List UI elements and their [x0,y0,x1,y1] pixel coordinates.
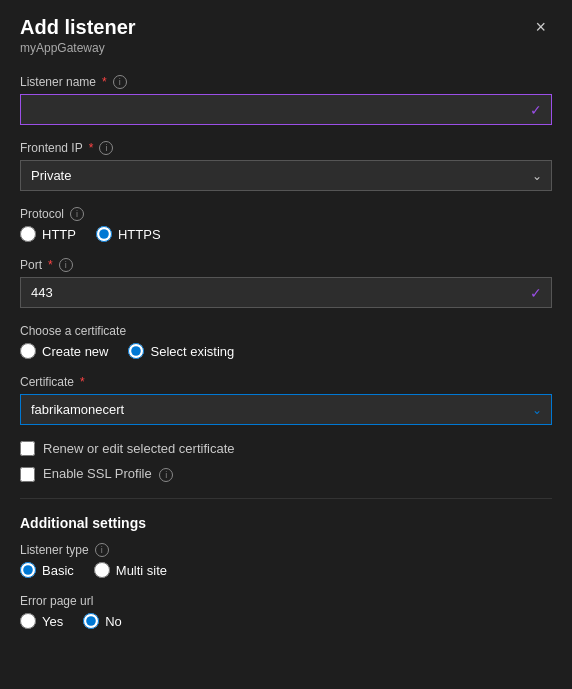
renew-cert-checkbox-group: Renew or edit selected certificate [20,441,552,456]
additional-settings-section: Additional settings Listener type i Basi… [20,515,552,629]
enable-ssl-label[interactable]: Enable SSL Profile i [43,466,173,482]
protocol-https-radio[interactable] [96,226,112,242]
choose-cert-group: Choose a certificate Create new Select e… [20,324,552,359]
listener-type-radio-group: Basic Multi site [20,562,552,578]
listener-name-info-icon: i [113,75,127,89]
cert-radio-group: Create new Select existing [20,343,552,359]
port-group: Port * i 443 ✓ [20,258,552,308]
error-page-radio-group: Yes No [20,613,552,629]
additional-settings-title: Additional settings [20,515,552,531]
multisite-radio[interactable] [94,562,110,578]
panel-subtitle: myAppGateway [20,41,136,55]
no-option[interactable]: No [83,613,122,629]
protocol-http-label: HTTP [42,227,76,242]
create-new-option[interactable]: Create new [20,343,108,359]
error-page-url-label: Error page url [20,594,552,608]
multisite-label: Multi site [116,563,167,578]
section-divider [20,498,552,499]
renew-cert-label[interactable]: Renew or edit selected certificate [43,441,234,456]
listener-type-info-icon: i [95,543,109,557]
frontend-ip-group: Frontend IP * i Private ⌄ [20,141,552,191]
basic-radio[interactable] [20,562,36,578]
certificate-select[interactable]: fabrikamonecert [20,394,552,425]
required-marker: * [80,375,85,389]
port-label: Port * i [20,258,552,272]
header-text: Add listener myAppGateway [20,16,136,55]
listener-name-label: Listener name * i [20,75,552,89]
protocol-label: Protocol i [20,207,552,221]
enable-ssl-checkbox-group: Enable SSL Profile i [20,466,552,482]
enable-ssl-checkbox[interactable] [20,467,35,482]
port-wrapper: 443 ✓ [20,277,552,308]
certificate-group: Certificate * fabrikamonecert ⌄ [20,375,552,425]
listener-type-label: Listener type i [20,543,552,557]
protocol-http-radio[interactable] [20,226,36,242]
certificate-label: Certificate * [20,375,552,389]
select-existing-option[interactable]: Select existing [128,343,234,359]
protocol-http-option[interactable]: HTTP [20,226,76,242]
create-new-label: Create new [42,344,108,359]
close-button[interactable]: × [529,16,552,38]
add-listener-panel: Add listener myAppGateway × Listener nam… [0,0,572,689]
panel-body: Listener name * i myAGListenerhttps ✓ Fr… [0,63,572,665]
listener-type-group: Listener type i Basic Multi site [20,543,552,578]
multisite-option[interactable]: Multi site [94,562,167,578]
frontend-ip-info-icon: i [99,141,113,155]
no-label: No [105,614,122,629]
choose-cert-label: Choose a certificate [20,324,552,338]
panel-title: Add listener [20,16,136,39]
protocol-radio-group: HTTP HTTPS [20,226,552,242]
basic-option[interactable]: Basic [20,562,74,578]
protocol-https-label: HTTPS [118,227,161,242]
yes-label: Yes [42,614,63,629]
listener-name-input[interactable]: myAGListenerhttps [20,94,552,125]
select-existing-radio[interactable] [128,343,144,359]
basic-label: Basic [42,563,74,578]
frontend-ip-label: Frontend IP * i [20,141,552,155]
frontend-ip-wrapper: Private ⌄ [20,160,552,191]
port-select[interactable]: 443 [20,277,552,308]
protocol-group: Protocol i HTTP HTTPS [20,207,552,242]
yes-radio[interactable] [20,613,36,629]
select-existing-label: Select existing [150,344,234,359]
listener-name-wrapper: myAGListenerhttps ✓ [20,94,552,125]
listener-name-group: Listener name * i myAGListenerhttps ✓ [20,75,552,125]
error-page-url-group: Error page url Yes No [20,594,552,629]
create-new-radio[interactable] [20,343,36,359]
protocol-https-option[interactable]: HTTPS [96,226,161,242]
required-marker: * [89,141,94,155]
protocol-info-icon: i [70,207,84,221]
renew-cert-checkbox[interactable] [20,441,35,456]
certificate-wrapper: fabrikamonecert ⌄ [20,394,552,425]
no-radio[interactable] [83,613,99,629]
required-marker: * [102,75,107,89]
required-marker: * [48,258,53,272]
frontend-ip-select[interactable]: Private [20,160,552,191]
port-info-icon: i [59,258,73,272]
panel-header: Add listener myAppGateway × [0,0,572,63]
yes-option[interactable]: Yes [20,613,63,629]
enable-ssl-info-icon: i [159,468,173,482]
